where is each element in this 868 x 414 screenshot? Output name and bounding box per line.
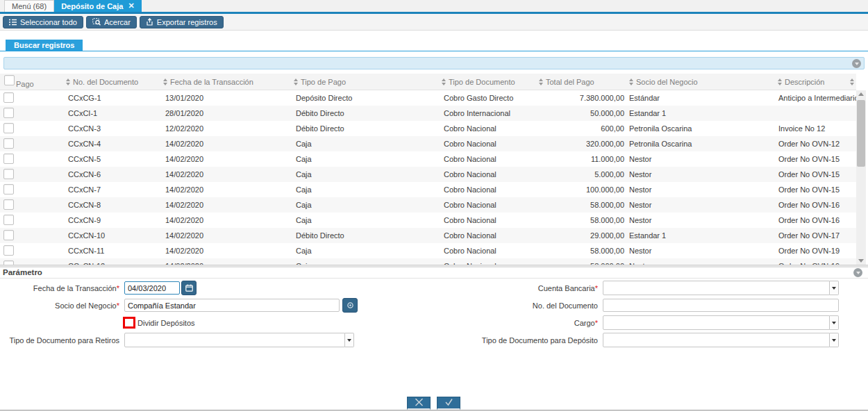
table-row[interactable]: CCxCN-7 14/02/2020 Caja Cobro Nacional 1… (0, 182, 856, 197)
table-body: CCxCG-1 13/01/2020 Depósito Directo Cobr… (0, 90, 856, 265)
sort-icon[interactable] (66, 78, 70, 85)
chevron-down-icon[interactable] (830, 333, 839, 347)
confirm-check-icon (444, 397, 453, 409)
select-all-checkbox[interactable] (4, 75, 15, 85)
record-search-icon (347, 299, 354, 312)
table-row[interactable]: CCxCN-5 14/02/2020 Caja Cobro Nacional 1… (0, 151, 856, 167)
cell-document-no: CCxCG-1 (62, 94, 160, 102)
table-row[interactable]: CCxCN-11 14/02/2020 Caja Cobro Nacional … (0, 243, 856, 258)
cell-tipo-documento: Cobro Gasto Directo (438, 94, 535, 102)
tab-menu[interactable]: Menú (68) (4, 0, 54, 12)
chevron-down-icon[interactable] (830, 315, 839, 330)
search-input[interactable] (4, 58, 864, 69)
row-checkbox[interactable] (3, 108, 14, 118)
scroll-up-icon[interactable] (858, 92, 864, 96)
tab-buscar-registros[interactable]: Buscar registros (6, 40, 83, 51)
column-header[interactable]: Tipo de Pago (290, 74, 438, 90)
cell-socio-negocio: Nestor (626, 155, 774, 163)
parameter-header: Parámetro (0, 267, 868, 279)
row-checkbox[interactable] (3, 169, 14, 179)
cargo-select[interactable] (603, 315, 839, 330)
column-label: No. del Documento (73, 78, 138, 86)
cancel-button[interactable] (407, 397, 431, 410)
table-row[interactable]: CCxCG-1 13/01/2020 Depósito Directo Cobr… (0, 90, 856, 106)
cell-tipo-documento: Cobro Nacional (438, 201, 535, 209)
select-all-button[interactable]: Seleccionar todo (3, 16, 83, 28)
row-checkbox[interactable] (3, 230, 14, 240)
tab-deposito-de-caja[interactable]: Depósito de Caja ✕ (54, 0, 141, 12)
tipo-doc-deposito-label: Tipo de Documento para Depósito (433, 336, 598, 345)
row-checkbox[interactable] (3, 245, 14, 256)
sort-icon[interactable] (629, 78, 633, 85)
close-icon[interactable]: ✕ (128, 1, 134, 10)
export-records-button[interactable]: Exportar registros (140, 16, 224, 28)
tipo-doc-deposito-select[interactable] (603, 333, 839, 347)
row-checkbox[interactable] (3, 215, 14, 225)
search-tab-underline (0, 51, 868, 51)
zoom-button[interactable]: Acercar (86, 16, 137, 28)
cell-socio-negocio: Estandar 1 (626, 231, 774, 240)
table-row[interactable]: CCxCN-4 14/02/2020 Caja Cobro Nacional 3… (0, 136, 856, 151)
sort-icon[interactable] (539, 78, 543, 85)
no-documento-input[interactable] (603, 299, 839, 312)
column-header[interactable]: Total del Pago (535, 74, 626, 90)
row-checkbox[interactable] (3, 184, 14, 194)
column-header[interactable]: Socio del Negocio (626, 74, 774, 90)
row-checkbox[interactable] (3, 123, 14, 133)
row-checkbox[interactable] (3, 154, 14, 164)
table-row[interactable]: CCxCN-6 14/02/2020 Caja Cobro Nacional 5… (0, 167, 856, 182)
chevron-down-icon[interactable] (345, 333, 354, 347)
confirm-button[interactable] (437, 397, 460, 410)
cell-document-no: CCxCN-10 (62, 231, 160, 240)
sort-icon[interactable] (442, 78, 446, 85)
sort-icon[interactable] (163, 78, 167, 85)
column-header[interactable]: Tipo de Documento (438, 74, 535, 90)
socio-negocio-label: Socio del Negocio* (0, 301, 119, 310)
cell-tipo-pago: Caja (290, 155, 438, 163)
table-row[interactable]: CCxCN-3 12/02/2020 Débito Directo Cobro … (0, 121, 856, 136)
table-row[interactable]: CCxCN-10 14/02/2020 Débito Directo Cobro… (0, 228, 856, 243)
socio-search-button[interactable] (342, 298, 358, 313)
column-header[interactable]: Fecha de la Transacción (160, 74, 290, 90)
chevron-down-circle-icon[interactable] (853, 268, 862, 277)
cell-fecha: 13/01/2020 (160, 94, 290, 102)
cuenta-bancaria-select[interactable] (603, 281, 839, 295)
cell-fecha: 14/02/2020 (160, 216, 290, 224)
scroll-down-icon[interactable] (858, 259, 864, 263)
cargo-input[interactable] (603, 315, 830, 330)
sort-icon[interactable] (850, 78, 854, 85)
table-row[interactable]: CCxCN-9 14/02/2020 Caja Cobro Nacional 5… (0, 213, 856, 228)
column-header[interactable]: No. del Documento (62, 74, 160, 90)
table-row[interactable]: CCxCN-12 14/02/2020 Caja Cobro Nacional … (0, 258, 856, 265)
cell-tipo-documento: Cobro Nacional (438, 216, 535, 224)
sort-icon[interactable] (294, 78, 298, 85)
scrollbar-thumb[interactable] (857, 100, 865, 167)
cell-document-no: CCxCN-4 (62, 140, 160, 148)
cuenta-bancaria-input[interactable] (603, 281, 830, 295)
column-label: Tipo de Documento (449, 78, 515, 86)
column-label: Total del Pago (546, 78, 594, 86)
cell-descripcion: Order No OVN-16 (774, 201, 856, 209)
chevron-down-circle-icon[interactable] (852, 59, 861, 68)
row-checkbox[interactable] (3, 138, 14, 149)
dividir-depositos-checkbox[interactable] (123, 317, 135, 329)
cell-tipo-documento: Cobro Nacional (438, 155, 535, 163)
tipo-doc-retiros-input[interactable] (124, 333, 345, 347)
calendar-button[interactable] (181, 281, 197, 295)
cell-total-pago: 58.000,00 (535, 216, 626, 224)
sort-icon[interactable] (778, 78, 782, 85)
tipo-doc-retiros-select[interactable] (124, 333, 354, 347)
socio-negocio-input[interactable] (124, 299, 340, 312)
cell-tipo-documento: Cobro Nacional (438, 140, 535, 148)
chevron-down-icon[interactable] (830, 281, 839, 295)
fecha-transaccion-input[interactable] (124, 281, 180, 295)
column-header[interactable]: Descripción (774, 74, 856, 90)
table-row[interactable]: CCxCN-8 14/02/2020 Caja Cobro Nacional 5… (0, 197, 856, 213)
row-checkbox[interactable] (3, 199, 14, 210)
row-checkbox[interactable] (3, 92, 14, 103)
cell-descripcion: Order No OVN-16 (774, 216, 856, 224)
cell-total-pago: 58.000,00 (535, 247, 626, 255)
table-row[interactable]: CCxCI-1 28/01/2020 Débito Directo Cobro … (0, 106, 856, 121)
table-scrollbar[interactable] (856, 90, 866, 265)
tipo-doc-deposito-input[interactable] (603, 333, 830, 347)
